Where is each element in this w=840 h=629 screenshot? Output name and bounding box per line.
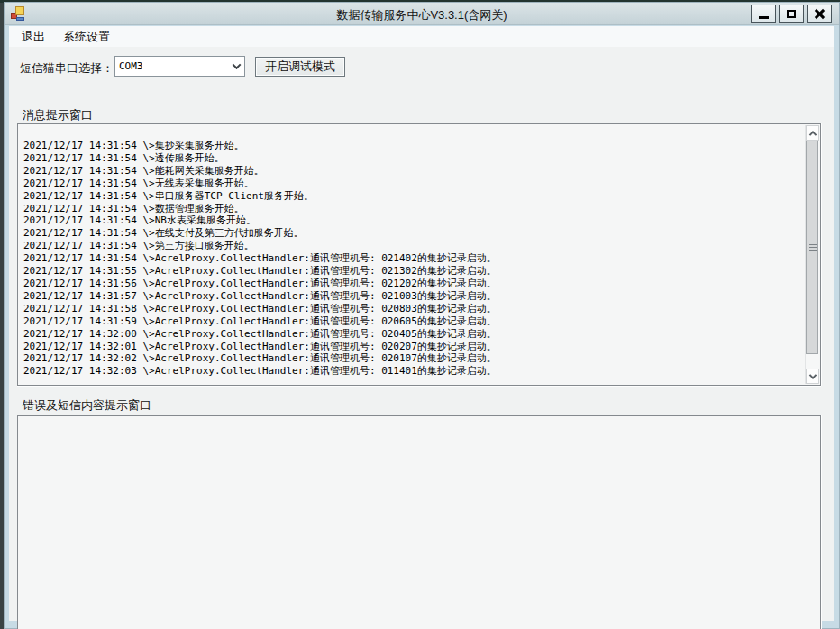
log-line: 2021/12/17 14:31:55 \>AcrelProxy.Collect…: [23, 265, 805, 278]
title-bar: 数据传输服务中心V3.3.1(含网关): [5, 3, 839, 25]
close-icon: [814, 8, 825, 19]
log-line: 2021/12/17 14:31:57 \>AcrelProxy.Collect…: [23, 290, 805, 303]
log-line: 2021/12/17 14:32:00 \>AcrelProxy.Collect…: [23, 328, 805, 341]
log-line: 2021/12/17 14:31:54 \>无线表采集服务开始。: [23, 178, 805, 190]
menu-item-system-settings[interactable]: 系统设置: [55, 26, 118, 48]
com-port-select[interactable]: COM3: [114, 56, 245, 77]
com-port-value: COM3: [115, 60, 228, 72]
close-button[interactable]: [807, 5, 832, 23]
menu-bar: 退出 系统设置: [9, 26, 834, 47]
log-line: 2021/12/17 14:31:54 \>集抄采集服务开始。: [23, 140, 805, 152]
client-area: 退出 系统设置 短信猫串口选择： COM3 开启调试模式 消息提示窗口 2021…: [9, 26, 834, 621]
error-sms-panel[interactable]: [17, 415, 821, 629]
scroll-down-button[interactable]: [806, 369, 819, 384]
chevron-down-icon: [232, 60, 241, 69]
log-line: 2021/12/17 14:31:54 \>在线支付及第三方代扣服务开始。: [23, 227, 805, 240]
chevron-down-icon: [808, 371, 816, 378]
log-line: 2021/12/17 14:31:54 \>串口服务器TCP Client服务开…: [23, 190, 805, 203]
scrollbar-grip-icon: [809, 244, 817, 252]
minimize-icon: [759, 16, 769, 19]
enable-debug-mode-button[interactable]: 开启调试模式: [255, 57, 345, 77]
message-panel-label: 消息提示窗口: [23, 107, 93, 123]
maximize-button[interactable]: [779, 5, 804, 23]
menu-item-exit[interactable]: 退出: [14, 26, 53, 48]
log-line: 2021/12/17 14:31:54 \>数据管理服务开始。: [23, 203, 805, 215]
chevron-up-icon: [808, 131, 816, 138]
com-port-label: 短信猫串口选择：: [20, 60, 114, 77]
log-line: 2021/12/17 14:31:59 \>AcrelProxy.Collect…: [23, 315, 805, 328]
minimize-button[interactable]: [751, 5, 776, 23]
log-line: 2021/12/17 14:32:01 \>AcrelProxy.Collect…: [23, 341, 805, 353]
log-line: 2021/12/17 14:31:54 \>AcrelProxy.Collect…: [23, 252, 805, 265]
log-line: 2021/12/17 14:32:02 \>AcrelProxy.Collect…: [23, 352, 805, 365]
scrollbar-thumb[interactable]: [806, 141, 818, 354]
message-log-viewport[interactable]: 2021/12/17 14:31:54 \>集抄采集服务开始。2021/12/1…: [19, 125, 805, 384]
window-title: 数据传输服务中心V3.3.1(含网关): [5, 7, 839, 23]
desktop-background: 数据传输服务中心V3.3.1(含网关) 退出 系统设置 短信猫串口选择：: [0, 0, 840, 629]
error-panel-label: 错误及短信内容提示窗口: [23, 397, 151, 414]
maximize-icon: [787, 10, 796, 18]
log-line: 2021/12/17 14:31:54 \>能耗网关采集服务开始。: [23, 165, 805, 178]
log-line: 2021/12/17 14:31:54 \>NB水表采集服务开始。: [23, 214, 805, 227]
log-line: 2021/12/17 14:32:03 \>AcrelProxy.Collect…: [23, 365, 805, 378]
log-line: 2021/12/17 14:31:54 \>透传服务开始。: [23, 152, 805, 165]
scroll-up-button[interactable]: [806, 125, 819, 141]
log-line: 2021/12/17 14:31:56 \>AcrelProxy.Collect…: [23, 278, 805, 290]
log-line: 2021/12/17 14:31:58 \>AcrelProxy.Collect…: [23, 303, 805, 315]
message-log-scrollbar[interactable]: [805, 125, 819, 384]
log-line: 2021/12/17 14:31:54 \>第三方接口服务开始。: [23, 240, 805, 252]
message-log-panel: 2021/12/17 14:31:54 \>集抄采集服务开始。2021/12/1…: [17, 123, 821, 386]
app-window: 数据传输服务中心V3.3.1(含网关) 退出 系统设置 短信猫串口选择：: [4, 2, 840, 629]
window-controls: [751, 5, 832, 23]
combo-dropdown-area: [228, 57, 244, 76]
